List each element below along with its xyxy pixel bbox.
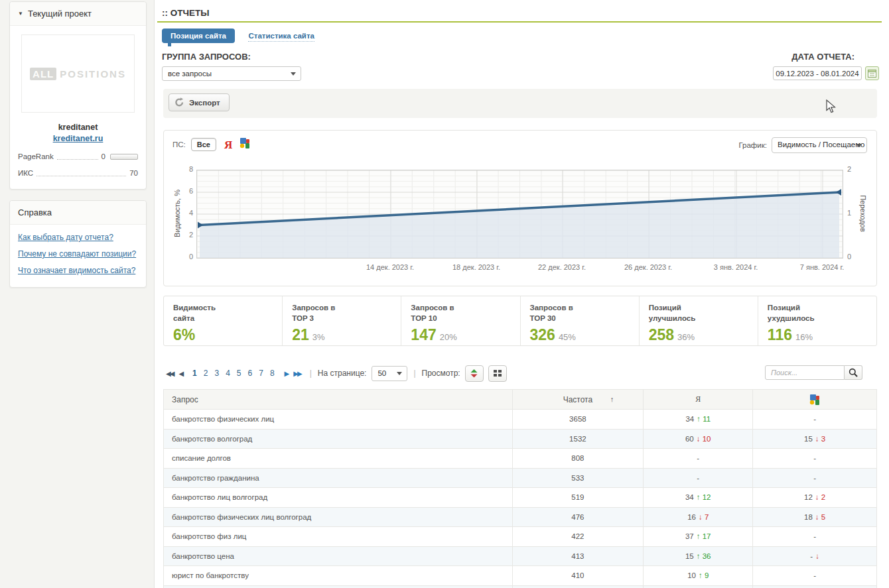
yandex-position-cell: -: [644, 468, 753, 488]
yandex-position-cell: 34↑ 11: [644, 410, 753, 430]
stats-cards: Видимостьсайта 6%Запросов вTOP 3 213%Зап…: [163, 296, 877, 346]
stat-card-value: 116: [768, 326, 792, 343]
calendar-icon: [868, 69, 876, 78]
per-page-select[interactable]: 50: [372, 366, 407, 381]
page-number[interactable]: 8: [270, 369, 275, 378]
graph-type-control: График: Видимость / Посещаемо: [739, 137, 868, 153]
dotted-leader: [57, 159, 98, 160]
page-number[interactable]: 6: [248, 369, 253, 378]
query-group-label: ГРУППА ЗАПРОСОВ:: [162, 52, 251, 62]
google-position-cell: 18↓ 5: [753, 507, 877, 527]
stat-card: Видимостьсайта 6%: [164, 296, 282, 345]
google-icon[interactable]: [239, 138, 250, 151]
stat-card: Запросов вTOP 10 14720%: [401, 296, 519, 345]
sort-asc-icon: ↑: [610, 395, 614, 403]
project-name: kreditanet: [18, 123, 138, 132]
page-number[interactable]: 5: [237, 369, 241, 378]
tab-site-statistics[interactable]: Статистика сайта: [248, 32, 314, 42]
table-row: банкротство гражданина 533 - -: [164, 468, 877, 488]
calendar-button[interactable]: [865, 66, 879, 80]
per-page-value: 50: [377, 369, 386, 377]
main-content: :: ОТЧЕТЫ Позиция сайта Статистика сайта…: [155, 0, 889, 588]
stat-card-label: Запросов вTOP 10: [411, 303, 510, 323]
graph-type-select[interactable]: Видимость / Посещаемо: [772, 137, 867, 153]
query-group-select[interactable]: все запросы: [162, 66, 301, 81]
grid-view-button[interactable]: [488, 365, 507, 382]
right-axis-tick: 0: [847, 253, 859, 261]
help-panel-header: Справка: [10, 201, 146, 225]
pagerank-bar: [110, 154, 138, 160]
help-link[interactable]: Как выбрать дату отчета?: [18, 233, 138, 242]
report-date-input[interactable]: [773, 66, 862, 80]
right-axis-title: Переходов: [859, 177, 867, 250]
table-row: банкротство лиц волгоград 519 34↑ 12 12↓…: [164, 488, 877, 508]
page-number[interactable]: 1: [192, 369, 197, 378]
prev-page-icon[interactable]: ◀: [178, 370, 182, 377]
yandex-position-cell: -: [644, 449, 753, 469]
per-page-label: На странице:: [318, 369, 367, 378]
ps-label: ПС:: [172, 141, 186, 148]
frequency-cell: 3658: [512, 410, 644, 430]
table-row: банкротство физических лиц волгоград 476…: [164, 507, 877, 527]
stat-card-percent: 36%: [677, 332, 695, 342]
graph-type-value: Видимость / Посещаемо: [778, 141, 865, 148]
position-change: ↓ 10: [697, 435, 711, 443]
project-logo: ALL POSITIONS: [21, 34, 135, 113]
frequency-cell: 519: [512, 488, 644, 508]
stat-card-percent: 3%: [312, 332, 325, 342]
x-axis-tick: 7 янв. 2024 г.: [800, 263, 844, 271]
page-number[interactable]: 4: [226, 369, 230, 378]
tab-site-position[interactable]: Позиция сайта: [162, 29, 235, 43]
table-row: банкротство цена 413 15↑ 36 -↓: [164, 546, 877, 566]
help-link[interactable]: Что означает видимость сайта?: [18, 266, 138, 275]
project-panel: ▼Текущий проект ALL POSITIONS kreditanet…: [9, 1, 147, 190]
export-label: Экспорт: [189, 99, 220, 107]
list-controls: ◀◀ ◀ 12345678 ▶ ▶▶ | На странице: 50 | П…: [163, 363, 877, 383]
help-panel-title: Справка: [18, 207, 52, 217]
query-cell: банкротство физических лиц волгоград: [164, 507, 513, 527]
dotted-leader: [36, 176, 126, 176]
stat-card-label: Позицийухудшилось: [768, 303, 867, 323]
chevron-down-icon: [291, 72, 296, 78]
search-input[interactable]: [765, 365, 845, 380]
query-table-body: банкротство физических лиц 3658 34↑ 11 -…: [164, 410, 877, 588]
sort-view-button[interactable]: [465, 365, 484, 382]
stat-card-label: Запросов вTOP 3: [292, 303, 391, 323]
page-number[interactable]: 2: [204, 369, 208, 378]
next-page-icon[interactable]: ▶: [285, 370, 289, 377]
iks-label: ИКС: [18, 169, 33, 177]
frequency-cell: 476: [512, 507, 644, 527]
chart-card: ПС: Все Я График: Видимость / Посещаемо: [163, 130, 877, 286]
project-url-link[interactable]: kreditanet.ru: [53, 134, 103, 143]
export-button[interactable]: Экспорт: [169, 93, 230, 111]
page-number[interactable]: 3: [214, 369, 219, 378]
right-axis-tick: 2: [847, 165, 859, 173]
google-position-cell: -↓: [753, 546, 877, 566]
position-change: ↑ 11: [697, 415, 711, 423]
page-number[interactable]: 7: [259, 369, 263, 378]
title-divider: [157, 21, 882, 23]
google-position-cell: -: [753, 468, 877, 488]
pagerank-row: PageRank 0: [18, 152, 138, 160]
help-link[interactable]: Почему не совпадают позиции?: [18, 249, 138, 259]
frequency-cell: 422: [512, 527, 644, 547]
column-header-query[interactable]: Запрос: [164, 390, 513, 410]
project-panel-header[interactable]: ▼Текущий проект: [10, 2, 146, 26]
last-page-icon[interactable]: ▶▶: [293, 370, 301, 377]
yandex-position-cell: 10↑ 9: [644, 566, 753, 586]
project-panel-title: Текущий проект: [28, 9, 92, 19]
engine-all-button[interactable]: Все: [191, 138, 216, 151]
page: ▼Текущий проект ALL POSITIONS kreditanet…: [0, 0, 889, 588]
table-row-partial: [164, 585, 877, 588]
search-button[interactable]: [845, 365, 862, 380]
yandex-icon[interactable]: Я: [224, 139, 232, 150]
x-axis-tick: 26 дек. 2023 г.: [624, 263, 672, 271]
first-page-icon[interactable]: ◀◀: [166, 370, 173, 377]
google-position-cell: 12↓ 2: [753, 488, 877, 508]
position-change: ↑ 12: [697, 493, 711, 501]
column-header-yandex: Я: [644, 390, 753, 410]
stat-card-label: Позицийулучшилось: [649, 303, 748, 323]
separator: |: [310, 369, 312, 378]
column-header-frequency[interactable]: Частота ↑: [512, 390, 644, 410]
position-change: ↓ 7: [699, 513, 709, 521]
